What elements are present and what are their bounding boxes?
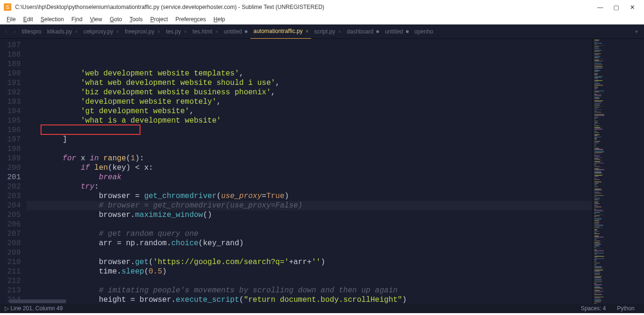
menu-view[interactable]: View (86, 16, 106, 23)
menu-help[interactable]: Help (210, 16, 229, 23)
code-line[interactable]: 'what is a development website' (26, 116, 592, 125)
status-spaces[interactable]: Spaces: 4 (576, 305, 611, 312)
tab-cekproxy-py-2[interactable]: cekproxy.py× (81, 25, 122, 39)
menu-preferences[interactable]: Preferences (172, 16, 210, 23)
tab-untitled-10[interactable]: untitled (382, 25, 412, 39)
menu-file[interactable]: File (3, 16, 19, 23)
tab-automationtraffic-py-7[interactable]: automationtraffic.py× (250, 25, 311, 39)
code-line[interactable] (26, 125, 592, 135)
tab-label: tes.html (192, 28, 212, 35)
tab-titlespro-0[interactable]: titlespro (19, 25, 44, 39)
code-line[interactable]: browser.maximize_window() (26, 210, 592, 220)
tab-label: untitled (224, 28, 242, 35)
code-content[interactable]: 'web development website templates', 'wh… (26, 39, 592, 304)
status-cursor[interactable]: Line 201, Column 49 (10, 305, 63, 312)
close-icon[interactable]: × (338, 29, 341, 34)
dirty-dot-icon (406, 30, 409, 33)
maximize-button[interactable]: ▢ (608, 0, 624, 14)
menu-project[interactable]: Project (147, 16, 172, 23)
line-number: 189 (0, 59, 21, 69)
line-number: 210 (0, 257, 21, 267)
tab-untitled-6[interactable]: untitled (221, 25, 251, 39)
code-line[interactable]: 'biz development website business phoeni… (26, 88, 592, 97)
code-line[interactable] (26, 276, 592, 286)
line-number: 194 (0, 107, 21, 116)
dirty-dot-icon (245, 30, 248, 33)
code-line[interactable]: try: (26, 182, 592, 191)
status-bar: ▷ Line 201, Column 49 Spaces: 4 Python (0, 304, 644, 313)
tab-nav-forward[interactable]: › (10, 28, 19, 35)
menu-goto[interactable]: Goto (106, 16, 126, 23)
tab-label: freeproxi.py (125, 28, 155, 35)
close-icon[interactable]: × (116, 29, 119, 34)
tab-tes-py-4[interactable]: tes.py× (163, 25, 190, 39)
taskbar-edge (0, 313, 644, 315)
horizontal-scrollbar[interactable] (0, 299, 644, 304)
tab-label: dashboard (347, 28, 374, 35)
tab-label: untitled (385, 28, 403, 35)
line-number: 192 (0, 88, 21, 97)
line-number: 199 (0, 154, 21, 163)
code-line[interactable] (26, 248, 592, 257)
line-number: 200 (0, 163, 21, 173)
close-icon[interactable]: × (215, 29, 218, 34)
tab-dropdown[interactable]: ▾ (631, 28, 642, 35)
code-line[interactable] (26, 144, 592, 154)
status-language[interactable]: Python (612, 305, 639, 312)
menu-selection[interactable]: Selection (37, 16, 67, 23)
line-number: 201 (0, 173, 21, 182)
menu-edit[interactable]: Edit (19, 16, 37, 23)
close-icon[interactable]: × (75, 29, 78, 34)
dirty-dot-icon (376, 30, 379, 33)
code-line[interactable]: arr = np.random.choice(key_rand) (26, 239, 592, 248)
tab-klikads-py-1[interactable]: klikads.py× (44, 25, 81, 39)
scrollbar-thumb[interactable] (9, 299, 66, 303)
menu-find[interactable]: Find (67, 16, 86, 23)
tab-label: automationtraffic.py (253, 28, 303, 34)
code-line[interactable]: 'gt development website', (26, 107, 592, 116)
editor-area[interactable]: 1871881891901911921931941951961971981992… (0, 39, 644, 304)
tab-label: titlespro (22, 28, 41, 35)
code-line[interactable]: browser = get_chromedriver(use_proxy=Tru… (26, 191, 592, 201)
tab-freeproxi-py-3[interactable]: freeproxi.py× (122, 25, 163, 39)
close-icon[interactable]: × (184, 29, 187, 34)
close-icon[interactable]: × (157, 29, 160, 34)
tab-tes-html-5[interactable]: tes.html× (190, 25, 221, 39)
line-number: 205 (0, 210, 21, 220)
code-line[interactable]: ] (26, 135, 592, 144)
line-number: 188 (0, 50, 21, 59)
code-line[interactable]: for x in range(1): (26, 154, 592, 163)
line-number-gutter: 1871881891901911921931941951961971981992… (0, 39, 26, 304)
code-line[interactable]: 'web development website templates', (26, 69, 592, 78)
line-number: 187 (0, 41, 21, 50)
code-line[interactable]: # imitating people's movements by scroll… (26, 286, 592, 295)
tab-bar: ‹ › titlesproklikads.py×cekproxy.py×free… (0, 25, 644, 39)
tab-label: tes.py (166, 28, 181, 35)
close-icon[interactable]: × (305, 28, 308, 34)
code-line[interactable]: 'what web development website should i u… (26, 78, 592, 88)
tab-nav-back[interactable]: ‹ (2, 28, 10, 35)
line-number: 196 (0, 125, 21, 135)
code-line[interactable]: if len(key) < x: (26, 163, 592, 173)
code-line[interactable]: 'development website remotely', (26, 97, 592, 107)
minimap[interactable]: ████████████████████████████████████████… (592, 39, 644, 304)
line-number: 190 (0, 69, 21, 78)
close-button[interactable]: ✕ (624, 0, 640, 14)
code-line[interactable]: # get random query one (26, 229, 592, 239)
line-number: 211 (0, 267, 21, 276)
tab-label: cekproxy.py (83, 28, 113, 35)
tab-dashboard-9[interactable]: dashboard (344, 25, 382, 39)
tab-label: script.py (314, 28, 335, 35)
line-number: 206 (0, 220, 21, 229)
code-line[interactable]: # browser = get_chromedriver(use_proxy=F… (26, 201, 592, 210)
menu-tools[interactable]: Tools (126, 16, 147, 23)
code-line[interactable]: browser.get('https://google.com/search?q… (26, 257, 592, 267)
code-line[interactable]: break (26, 173, 592, 182)
minimize-button[interactable]: — (592, 0, 608, 14)
code-line[interactable] (26, 220, 592, 229)
tab-script-py-8[interactable]: script.py× (311, 25, 344, 39)
code-line[interactable]: time.sleep(0.5) (26, 267, 592, 276)
tab-label: openho (414, 28, 433, 35)
tab-openho-11[interactable]: openho (412, 25, 436, 39)
line-number: 203 (0, 191, 21, 201)
